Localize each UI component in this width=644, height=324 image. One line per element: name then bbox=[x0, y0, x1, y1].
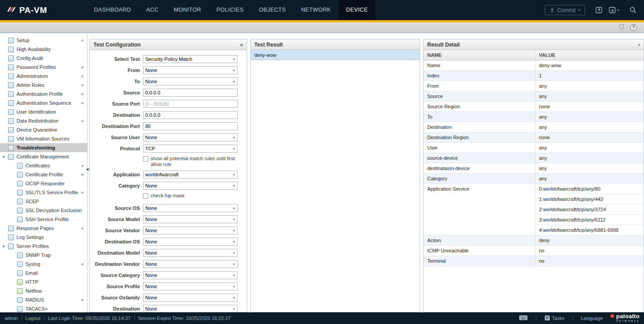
pa-vm-window: PA-VM DASHBOARDACCMONITORPOLICIESOBJECTS… bbox=[0, 0, 644, 324]
sidebar-item-server-profiles[interactable]: ▾Server Profiles bbox=[0, 242, 87, 251]
test-result-row-deny-wow[interactable]: deny-wow bbox=[251, 50, 420, 60]
sidebar-item-device-quarantine[interactable]: Device Quarantine bbox=[0, 125, 87, 134]
tab-device[interactable]: DEVICE bbox=[338, 0, 375, 20]
destination-vendor-select[interactable]: None▾ bbox=[143, 260, 238, 268]
language-button[interactable]: Language bbox=[581, 315, 603, 321]
sidebar-item-tacacs[interactable]: TACACS+ bbox=[0, 304, 87, 312]
search-icon[interactable] bbox=[629, 6, 637, 14]
tasks-button[interactable]: Tasks bbox=[544, 315, 564, 322]
help-icon[interactable]: ? bbox=[630, 24, 637, 31]
sidebar-item-ssl-tls-service-profile[interactable]: SSL/TLS Service Profile bbox=[0, 188, 87, 197]
tab-policies[interactable]: POLICIES bbox=[209, 0, 251, 20]
sidebar-item-administrators[interactable]: Administrators bbox=[0, 72, 87, 81]
sidebar-item-email[interactable]: Email bbox=[0, 269, 87, 277]
source-osfamily-select[interactable]: None▾ bbox=[143, 294, 238, 302]
sidebar-item-config-audit[interactable]: Config Audit bbox=[0, 54, 87, 63]
source-category-select[interactable]: None▾ bbox=[143, 271, 238, 279]
sidebar-item-response-pages[interactable]: Response Pages bbox=[0, 224, 87, 233]
source-port-input[interactable] bbox=[143, 100, 238, 108]
sidebar-item-label: Administrators bbox=[17, 73, 48, 79]
sidebar-item-netflow[interactable]: Netflow bbox=[0, 286, 87, 295]
protocol-select[interactable]: TCP▾ bbox=[143, 145, 238, 153]
detail-name-cell: source-device bbox=[424, 153, 535, 163]
collapse-arrow-icon[interactable]: ▾ bbox=[3, 244, 8, 248]
detail-row-name: Namedeny-wow bbox=[424, 60, 644, 71]
checkin-config-icon[interactable] bbox=[595, 6, 603, 14]
sidebar-item-label: VM Information Sources bbox=[17, 136, 69, 141]
detail-value-line: 3:worldofwarcraft/tcp/any/6112 bbox=[535, 215, 644, 225]
sidebar-item-certificate-profile[interactable]: Certificate Profile bbox=[0, 170, 87, 179]
destination-os-select[interactable]: None▾ bbox=[143, 238, 238, 246]
source-input[interactable] bbox=[143, 89, 238, 97]
source-profile-select[interactable]: None▾ bbox=[143, 282, 238, 290]
sidebar-item-log-settings[interactable]: Log Settings bbox=[0, 233, 87, 242]
from-select[interactable]: None▾ bbox=[143, 66, 238, 74]
ocsp-responder-icon bbox=[17, 181, 23, 187]
logout-link[interactable]: Logout bbox=[25, 315, 41, 321]
keyboard-icon[interactable] bbox=[519, 315, 528, 321]
source-os-select[interactable]: None▾ bbox=[143, 204, 238, 212]
source-vendor-select[interactable]: None▾ bbox=[143, 226, 238, 234]
detail-name-cell: To bbox=[424, 112, 535, 122]
sidebar-item-ssh-service-profile[interactable]: SSH Service Profile bbox=[0, 215, 87, 224]
tab-objects[interactable]: OBJECTS bbox=[251, 0, 293, 20]
checkout-config-icon[interactable]: ▾ bbox=[609, 6, 619, 14]
sidebar-item-high-availability[interactable]: High Availability bbox=[0, 45, 87, 54]
sidebar-item-syslog[interactable]: Syslog bbox=[0, 260, 87, 269]
tab-dashboard[interactable]: DASHBOARD bbox=[86, 0, 139, 20]
select-test-select[interactable]: Security Policy Match▾ bbox=[143, 55, 238, 63]
destination-port-input[interactable] bbox=[143, 122, 238, 130]
sidebar-item-data-redistribution[interactable]: Data Redistribution bbox=[0, 116, 87, 125]
detail-value-cell: deny bbox=[535, 235, 644, 245]
sidebar-item-ocsp-responder[interactable]: OCSP Responder bbox=[0, 179, 87, 188]
column-header-name[interactable]: NAME bbox=[424, 50, 535, 60]
expand-panel-icon[interactable]: › bbox=[638, 42, 640, 47]
column-header-value[interactable]: VALUE bbox=[535, 50, 644, 60]
detail-name-cell: Source bbox=[424, 91, 535, 101]
collapse-panel-icon[interactable]: « bbox=[240, 42, 243, 47]
sidebar-item-password-profiles[interactable]: Password Profiles bbox=[0, 63, 87, 72]
category-select[interactable]: None▾ bbox=[143, 182, 238, 190]
source-model-select[interactable]: None▾ bbox=[143, 215, 238, 223]
sidebar-item-label: Certificates bbox=[25, 163, 50, 168]
sidebar-item-troubleshooting[interactable]: Troubleshooting bbox=[0, 143, 87, 152]
sidebar-item-admin-roles[interactable]: Admin Roles bbox=[0, 81, 87, 90]
user-identification-icon bbox=[8, 109, 14, 115]
select-value: None bbox=[143, 273, 231, 278]
tab-monitor[interactable]: MONITOR bbox=[166, 0, 209, 20]
sidebar-item-setup[interactable]: Setup bbox=[0, 36, 87, 45]
detail-row-source-device: source-deviceany bbox=[424, 153, 644, 163]
form-row-application: Applicationworldofwarcraft▾ bbox=[90, 171, 247, 179]
refresh-icon[interactable] bbox=[618, 23, 625, 31]
application-select[interactable]: worldofwarcraft▾ bbox=[143, 171, 238, 179]
sidebar-item-scep[interactable]: SCEP bbox=[0, 197, 87, 206]
sidebar-item-certificates[interactable]: Certificates bbox=[0, 161, 87, 170]
sidebar-item-label: Netflow bbox=[25, 288, 42, 294]
tab-acc[interactable]: ACC bbox=[139, 0, 166, 20]
collapse-arrow-icon[interactable]: ▾ bbox=[3, 155, 8, 159]
destination-model-select[interactable]: None▾ bbox=[143, 249, 238, 257]
sidebar-item-authentication-sequence[interactable]: Authentication Sequence bbox=[0, 98, 87, 107]
sidebar-item-user-identification[interactable]: User Identification bbox=[0, 107, 87, 116]
sidebar-item-vm-information-sources[interactable]: VM Information Sources bbox=[0, 134, 87, 143]
sidebar-item-http[interactable]: HTTP bbox=[0, 277, 87, 286]
sidebar-item-snmp-trap[interactable]: SNMP Trap bbox=[0, 251, 87, 260]
to-select[interactable]: None▾ bbox=[143, 77, 238, 85]
test-configuration-panel: Test Configuration « Select TestSecurity… bbox=[89, 39, 247, 312]
destination-select[interactable]: None▾ bbox=[143, 305, 238, 312]
commit-button[interactable]: Commit ▾ bbox=[545, 5, 585, 15]
show-all-potential-match-rules-until-first-allow-rule-checkbox[interactable] bbox=[143, 156, 148, 162]
sidebar-item-radius[interactable]: RADIUS bbox=[0, 295, 87, 304]
select-value: Security Policy Match bbox=[143, 56, 231, 62]
check-hip-mask-checkbox[interactable] bbox=[143, 193, 148, 199]
sidebar-item-ssl-decryption-exclusion[interactable]: SSL Decryption Exclusion bbox=[0, 206, 87, 215]
source-user-select[interactable]: None▾ bbox=[143, 133, 238, 141]
pending-change-dot bbox=[81, 174, 84, 176]
sidebar-collapse-handle[interactable]: ◄ bbox=[85, 167, 89, 171]
device-sidebar-tree: SetupHigh AvailabilityConfig AuditPasswo… bbox=[0, 33, 88, 312]
destination-input[interactable] bbox=[143, 111, 238, 119]
tab-network[interactable]: NETWORK bbox=[294, 0, 339, 20]
sidebar-item-authentication-profile[interactable]: Authentication Profile bbox=[0, 90, 87, 98]
sidebar-item-certificate-management[interactable]: ▾Certificate Management bbox=[0, 152, 87, 161]
select-value: None bbox=[143, 135, 231, 140]
